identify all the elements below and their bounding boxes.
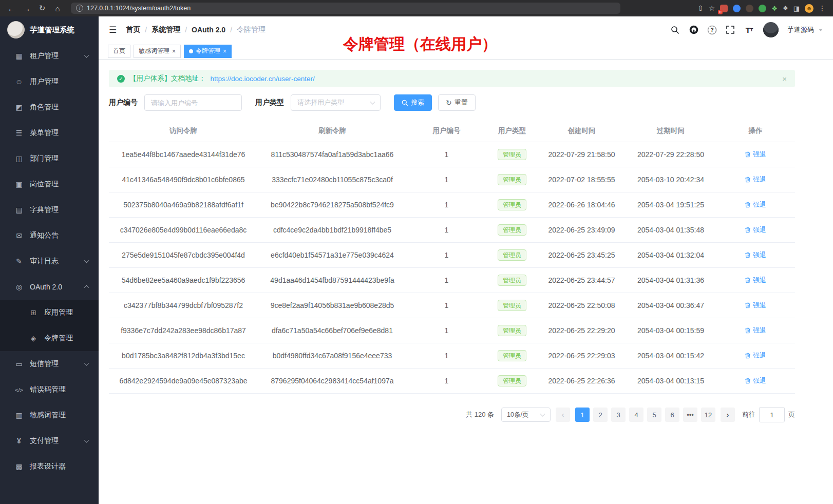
- extensions-menu-icon[interactable]: ❖: [783, 5, 788, 12]
- page-button[interactable]: 3: [611, 408, 626, 422]
- refresh-token-cell: b0df4980ffd34c67a08f9156e4eee733: [258, 343, 407, 369]
- user-id-input[interactable]: [144, 94, 242, 111]
- alert-close-icon[interactable]: ×: [782, 74, 787, 83]
- sidebar-item[interactable]: 用户管理: [0, 69, 99, 94]
- menu-item-label: 租户管理: [30, 51, 59, 61]
- force-logout-button[interactable]: 强退: [745, 175, 766, 184]
- page-size-select[interactable]: 10条/页: [501, 408, 551, 422]
- pagination: 共 120 条 10条/页 ‹ 123456•••12 › 前往 页: [109, 407, 795, 422]
- browser-menu-icon[interactable]: ⋮: [819, 4, 826, 12]
- sidebar-item[interactable]: 部门管理: [0, 146, 99, 171]
- force-logout-button[interactable]: 强退: [745, 351, 766, 360]
- forward-icon[interactable]: →: [21, 3, 33, 14]
- doc-link[interactable]: https://doc.iocoder.cn/user-center/: [211, 75, 315, 83]
- sidebar-item[interactable]: 租户管理: [0, 43, 99, 69]
- force-logout-button[interactable]: 强退: [745, 150, 766, 159]
- home-icon[interactable]: ⌂: [51, 3, 64, 14]
- sidebar-item[interactable]: 菜单管理: [0, 120, 99, 146]
- sidebar-item[interactable]: 令牌管理: [0, 325, 99, 351]
- force-logout-button[interactable]: 强退: [745, 326, 766, 335]
- logo-avatar-icon: [7, 21, 25, 38]
- fullscreen-icon[interactable]: [725, 25, 735, 35]
- breadcrumb-home[interactable]: 首页: [126, 25, 140, 34]
- sidebar-item[interactable]: 角色管理: [0, 94, 99, 120]
- force-logout-button[interactable]: 强退: [745, 376, 766, 385]
- extension-icon[interactable]: [733, 5, 741, 12]
- page-button[interactable]: 12: [701, 408, 715, 422]
- tab-item[interactable]: 首页 ×: [108, 45, 130, 58]
- chevron-icon: [84, 53, 89, 58]
- force-logout-button[interactable]: 强退: [745, 250, 766, 260]
- sidebar-menu: 租户管理 用户管理 角色管理 菜单管理 部门管理: [0, 43, 99, 479]
- created-time-cell: 2022-06-25 23:49:09: [538, 218, 626, 243]
- puzzle-icon[interactable]: ❖: [771, 5, 778, 12]
- app-icon: [29, 308, 38, 317]
- chevron-down-icon[interactable]: [819, 29, 823, 31]
- breadcrumb-system[interactable]: 系统管理: [152, 25, 180, 34]
- username[interactable]: 芋道源码: [787, 25, 814, 34]
- sidebar-item[interactable]: 应用管理: [0, 300, 99, 325]
- created-time-cell: 2022-07-29 21:58:50: [538, 142, 626, 167]
- menu-item-label: OAuth 2.0: [30, 283, 62, 291]
- bookmark-star-icon[interactable]: ☆: [709, 4, 715, 12]
- sidebar-item[interactable]: 敏感词管理: [0, 402, 99, 428]
- expire-time-cell: 2054-03-04 00:15:42: [626, 343, 716, 369]
- sidebar-item[interactable]: 错误码管理: [0, 377, 99, 402]
- force-logout-button[interactable]: 强退: [745, 276, 766, 285]
- sidebar-toggle-icon[interactable]: ☰: [109, 25, 117, 35]
- sidebar-item[interactable]: 报表设计器: [0, 454, 99, 479]
- force-logout-button[interactable]: 强退: [745, 225, 766, 235]
- active-dot-icon: [189, 49, 193, 53]
- split-view-icon[interactable]: ◨: [793, 5, 800, 12]
- reload-icon[interactable]: ↻: [36, 3, 48, 14]
- sidebar-item[interactable]: 岗位管理: [0, 171, 99, 197]
- next-page-button[interactable]: ›: [721, 408, 735, 422]
- search-icon[interactable]: [670, 25, 680, 35]
- page-button[interactable]: 2: [593, 408, 608, 422]
- access-token-cell: 1ea5e44f8bc1467aaede43144f31de76: [109, 142, 258, 167]
- goto-page-input[interactable]: [759, 407, 785, 422]
- table-row: c347026e805e4d99b0d116eae66eda8c cdfc4ce…: [109, 218, 795, 243]
- sidebar-item[interactable]: OAuth 2.0: [0, 274, 99, 300]
- extension-icon[interactable]: 0: [720, 5, 728, 12]
- close-icon[interactable]: ×: [223, 48, 226, 54]
- browser-toolbar: ← → ↻ ⌂ i 127.0.0.1:1024/system/oauth2/t…: [0, 0, 833, 16]
- font-size-icon[interactable]: TT: [744, 25, 754, 35]
- user-avatar[interactable]: [763, 22, 779, 37]
- sidebar-item[interactable]: 审计日志: [0, 248, 99, 274]
- tab-label: 令牌管理: [196, 47, 220, 55]
- share-icon[interactable]: ⇧: [697, 4, 704, 12]
- extension-icon[interactable]: [746, 5, 753, 12]
- site-info-icon[interactable]: i: [76, 5, 83, 12]
- sidebar-item[interactable]: 字典管理: [0, 197, 99, 223]
- tab-item[interactable]: 敏感词管理 ×: [134, 45, 181, 58]
- page-button[interactable]: •••: [683, 408, 697, 422]
- back-icon[interactable]: ←: [5, 3, 17, 14]
- sidebar-item[interactable]: 短信管理: [0, 351, 99, 377]
- expire-time-cell: 2054-03-10 20:42:34: [626, 167, 716, 192]
- github-icon[interactable]: [689, 25, 699, 35]
- tab-item[interactable]: 令牌管理 ×: [184, 45, 232, 58]
- page-button[interactable]: 4: [629, 408, 643, 422]
- breadcrumb-oauth[interactable]: OAuth 2.0: [192, 26, 225, 34]
- help-icon[interactable]: ?: [708, 26, 716, 34]
- refresh-token-cell: 811c530487574fa0af1a59d3abc1aa66: [258, 142, 407, 167]
- page-button[interactable]: 6: [665, 408, 679, 422]
- sidebar-item[interactable]: 支付管理: [0, 428, 99, 454]
- sidebar-item[interactable]: 通知公告: [0, 223, 99, 248]
- search-button[interactable]: 搜索: [394, 94, 432, 111]
- reset-button[interactable]: ↻ 重置: [438, 94, 476, 111]
- force-logout-button[interactable]: 强退: [745, 200, 766, 209]
- force-logout-button[interactable]: 强退: [745, 301, 766, 310]
- oauth-icon: [14, 283, 24, 291]
- prev-page-button[interactable]: ‹: [556, 408, 570, 422]
- address-bar[interactable]: i 127.0.0.1:1024/system/oauth2/token: [71, 3, 620, 14]
- user-type-badge: 管理员: [498, 275, 526, 286]
- created-time-cell: 2022-06-25 23:45:25: [538, 243, 626, 268]
- user-type-select[interactable]: 请选择用户类型: [291, 94, 381, 111]
- page-button[interactable]: 5: [647, 408, 661, 422]
- extension-icon[interactable]: [759, 5, 766, 12]
- profile-avatar[interactable]: ☻: [805, 4, 813, 13]
- close-icon[interactable]: ×: [172, 48, 176, 54]
- page-button[interactable]: 1: [575, 408, 590, 422]
